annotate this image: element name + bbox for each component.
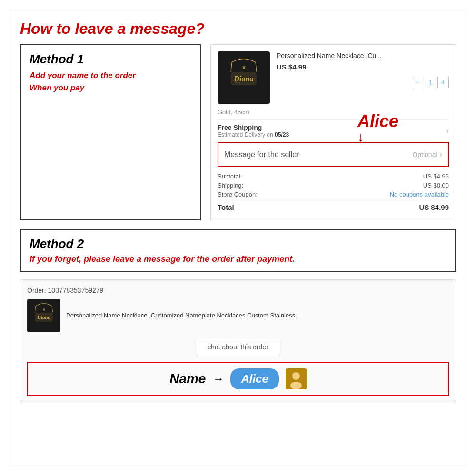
coupon-row: Store Coupon: No coupons available <box>218 191 449 198</box>
coupon-label: Store Coupon: <box>218 191 258 198</box>
order-product-name: Personalized Name Necklace ,Customized N… <box>66 311 300 320</box>
quantity-row: − 1 + <box>277 77 449 88</box>
product-name: Personalized Name Necklace ,Cu... <box>277 51 449 60</box>
method1-box: Method 1 Add your name to the order When… <box>20 44 201 220</box>
name-arrow-row: Name → Alice <box>27 362 449 396</box>
svg-line-6 <box>52 306 52 312</box>
method2-title: Method 2 <box>30 237 446 251</box>
method1-title: Method 1 <box>30 52 191 67</box>
method1-desc: Add your name to the order When you pay <box>30 69 191 94</box>
delivery-date: 05/23 <box>275 131 289 138</box>
shipping-cost-value: US $0.00 <box>423 182 449 189</box>
message-chevron-icon: › <box>439 149 442 159</box>
svg-point-12 <box>290 382 302 389</box>
shipping-cost-row: Shipping: US $0.00 <box>218 182 449 189</box>
product-info: Personalized Name Necklace ,Cu... US $4.… <box>277 51 449 104</box>
svg-line-5 <box>35 306 35 312</box>
product-price: US $4.99 <box>277 63 449 71</box>
shipping-label: Free Shipping <box>218 124 289 131</box>
outer-container: How to leave a message? Method 1 Add you… <box>10 10 466 466</box>
order-product-image: Diana ♛ <box>27 299 60 332</box>
shipping-cost-label: Shipping: <box>218 182 243 189</box>
svg-point-11 <box>292 372 300 380</box>
estimated-delivery: Estimated Delivery on 05/23 <box>218 131 289 138</box>
avatar-thumbnail <box>286 368 307 389</box>
subtotal-label: Subtotal: <box>218 173 242 180</box>
svg-text:Diana: Diana <box>234 75 254 83</box>
message-label: Message for the seller <box>224 150 299 159</box>
chat-about-order-button[interactable]: chat about this order <box>196 339 280 355</box>
message-for-seller-row[interactable]: Message for the seller Optional › <box>218 142 449 167</box>
order-card: Order: 100778353759279 Diana ♛ Personali… <box>20 279 456 403</box>
product-row: Diana ♛ Personalized Name Necklace ,Cu..… <box>218 51 449 104</box>
message-optional-text: Optional <box>412 151 437 159</box>
order-number-row: Order: 100778353759279 <box>27 287 449 294</box>
main-title: How to leave a message? <box>20 20 456 38</box>
alice-chat-bubble: Alice <box>230 368 278 389</box>
method2-box: Method 2 If you forget, please leave a m… <box>20 229 456 272</box>
subtotal-value: US $4.99 <box>423 173 449 180</box>
svg-line-0 <box>231 62 232 72</box>
order-number-value: 100778353759279 <box>48 287 104 294</box>
price-rows: Subtotal: US $4.99 Shipping: US $0.00 St… <box>218 173 449 211</box>
alice-annotation-arrow: ↓ <box>357 129 364 145</box>
name-arrow-icon: → <box>212 372 224 386</box>
alice-annotation-label: Alice <box>357 111 398 131</box>
quantity-increase-button[interactable]: + <box>437 77 449 88</box>
estimated-delivery-prefix: Estimated Delivery on <box>218 131 275 138</box>
product-panel: Alice ↓ Diana <box>210 44 456 220</box>
chat-button-row: chat about this order <box>27 339 449 355</box>
shipping-chevron-icon[interactable]: › <box>446 126 449 136</box>
svg-text:♛: ♛ <box>42 307 45 311</box>
name-text-label: Name <box>169 371 206 387</box>
total-row: Total US $4.99 <box>218 200 449 211</box>
order-necklace-icon: Diana ♛ <box>32 303 56 329</box>
svg-text:Diana: Diana <box>37 314 51 320</box>
quantity-value: 1 <box>429 79 433 87</box>
quantity-decrease-button[interactable]: − <box>413 77 424 88</box>
total-label: Total <box>218 203 234 211</box>
method2-section: Method 2 If you forget, please leave a m… <box>20 229 456 403</box>
order-product-row: Diana ♛ Personalized Name Necklace ,Cust… <box>27 299 449 332</box>
top-section: Method 1 Add your name to the order When… <box>20 44 456 220</box>
order-label: Order: <box>27 287 46 294</box>
method1-line1: Add your name to the order <box>30 71 136 80</box>
subtotal-row: Subtotal: US $4.99 <box>218 173 449 180</box>
product-image: Diana ♛ <box>218 51 270 104</box>
svg-line-1 <box>256 62 257 72</box>
necklace-svg-icon: Diana ♛ <box>227 58 260 96</box>
shipping-row: Free Shipping Estimated Delivery on 05/2… <box>218 119 449 142</box>
method2-desc: If you forget, please leave a message fo… <box>30 254 446 264</box>
avatar-image-icon <box>286 368 307 389</box>
coupon-value: No coupons available <box>390 191 449 198</box>
product-variant: Gold, 45cm <box>218 109 449 116</box>
method1-line2: When you pay <box>30 83 84 92</box>
total-value: US $4.99 <box>419 203 449 211</box>
svg-text:♛: ♛ <box>242 65 246 70</box>
